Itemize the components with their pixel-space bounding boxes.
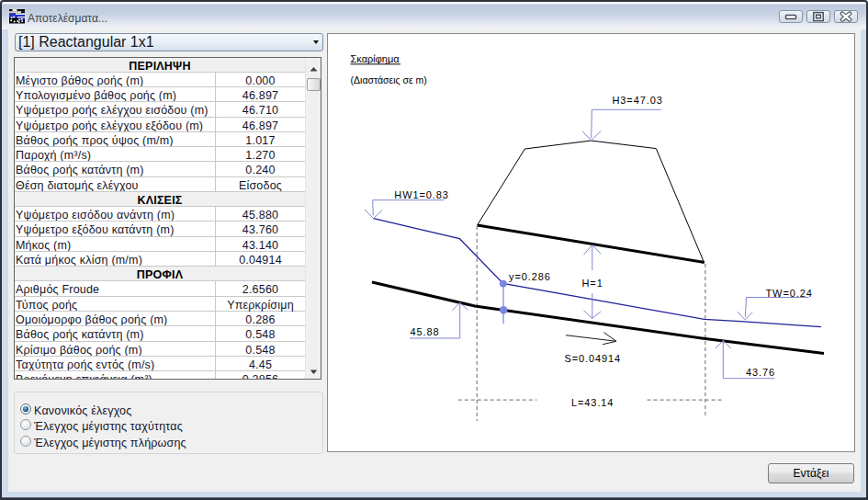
svg-text:(Διαστάσεις σε m): (Διαστάσεις σε m) bbox=[351, 74, 427, 85]
svg-text:TW=0.24: TW=0.24 bbox=[766, 288, 813, 299]
svg-text:H3=47.03: H3=47.03 bbox=[613, 95, 663, 106]
svg-text:L=43.14: L=43.14 bbox=[571, 397, 614, 408]
svg-text:y=0.286: y=0.286 bbox=[509, 271, 551, 282]
svg-text:45.88: 45.88 bbox=[411, 326, 440, 337]
svg-text:Σκαρίφημα: Σκαρίφημα bbox=[351, 53, 400, 64]
svg-text:43.76: 43.76 bbox=[746, 367, 775, 378]
svg-text:HW1=0.83: HW1=0.83 bbox=[394, 189, 448, 200]
svg-text:H=1: H=1 bbox=[582, 278, 603, 289]
svg-text:S=0.04914: S=0.04914 bbox=[565, 353, 622, 364]
